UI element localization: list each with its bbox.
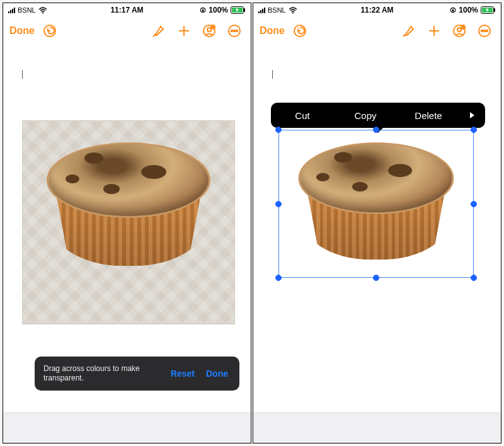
svg-rect-2 xyxy=(244,8,245,12)
instant-alpha-toolbar: Drag across colours to make transparent.… xyxy=(35,357,239,391)
add-person-icon[interactable] xyxy=(199,21,219,41)
alarm-icon: ⦿ xyxy=(450,7,456,14)
resize-handle-bl[interactable] xyxy=(275,275,282,281)
brush-icon[interactable] xyxy=(149,21,169,41)
undo-icon[interactable] xyxy=(290,21,310,41)
add-person-icon[interactable] xyxy=(449,21,469,41)
screen-right-selection: BSNL 11:22 AM ⦿ 100% Done xyxy=(253,3,501,443)
signal-bars-icon xyxy=(258,7,265,13)
svg-point-0 xyxy=(42,12,43,13)
wifi-icon xyxy=(289,7,297,14)
brush-icon[interactable] xyxy=(399,21,419,41)
svg-point-12 xyxy=(292,12,294,13)
keyboard-accessory-bar xyxy=(3,413,251,443)
undo-icon[interactable] xyxy=(40,21,60,41)
document-canvas[interactable]: Drag across colours to make transparent.… xyxy=(3,45,251,413)
svg-point-9 xyxy=(231,30,232,31)
carrier-label: BSNL xyxy=(268,6,286,14)
context-menu-more-icon[interactable] xyxy=(460,103,485,128)
document-canvas[interactable]: Cut Copy Delete xyxy=(253,45,501,413)
context-menu-delete[interactable]: Delete xyxy=(397,103,460,128)
status-bar: BSNL 11:22 AM ⦿ 100% xyxy=(253,3,501,17)
battery-charging-icon xyxy=(481,6,496,14)
svg-point-22 xyxy=(484,30,485,31)
wifi-icon xyxy=(38,7,47,14)
battery-label: 100% xyxy=(459,6,478,14)
svg-point-10 xyxy=(234,30,235,31)
resize-handle-tr[interactable] xyxy=(471,127,477,133)
text-cursor xyxy=(22,70,23,79)
svg-point-21 xyxy=(481,30,483,31)
battery-charging-icon xyxy=(231,6,246,14)
context-menu-copy[interactable]: Copy xyxy=(334,103,397,128)
signal-bars-icon xyxy=(8,7,15,13)
more-icon[interactable] xyxy=(474,21,495,41)
resize-handle-br[interactable] xyxy=(471,275,477,281)
resize-handle-mr[interactable] xyxy=(471,201,477,207)
svg-rect-14 xyxy=(494,8,495,12)
screen-left-instant-alpha: BSNL 11:17 AM ⦿ 100% Done xyxy=(3,3,251,443)
resize-handle-tm[interactable] xyxy=(373,127,379,133)
image-selection-box[interactable] xyxy=(278,130,474,278)
image-with-background[interactable] xyxy=(22,120,235,324)
svg-point-11 xyxy=(236,30,238,31)
reset-button[interactable]: Reset xyxy=(168,369,197,379)
instant-alpha-hint: Drag across colours to make transparent. xyxy=(43,364,162,383)
text-cursor xyxy=(272,70,273,79)
done-button[interactable]: Done xyxy=(260,25,285,37)
instant-alpha-done-button[interactable]: Done xyxy=(203,369,231,379)
status-bar: BSNL 11:17 AM ⦿ 100% xyxy=(3,3,251,17)
markup-toolbar: Done xyxy=(253,17,501,45)
svg-point-23 xyxy=(486,30,488,31)
resize-handle-ml[interactable] xyxy=(275,201,282,207)
svg-point-18 xyxy=(457,28,461,31)
context-menu-cut[interactable]: Cut xyxy=(271,103,334,128)
svg-point-6 xyxy=(207,28,211,31)
battery-label: 100% xyxy=(209,6,228,14)
more-icon[interactable] xyxy=(224,21,244,41)
plus-icon[interactable] xyxy=(174,21,194,41)
markup-toolbar: Done xyxy=(3,17,251,45)
resize-handle-tl[interactable] xyxy=(275,127,282,133)
carrier-label: BSNL xyxy=(18,6,36,14)
plus-icon[interactable] xyxy=(424,21,444,41)
alarm-icon: ⦿ xyxy=(200,7,206,14)
context-menu: Cut Copy Delete xyxy=(271,103,485,128)
resize-handle-bm[interactable] xyxy=(373,275,379,281)
muffin-image-cutout xyxy=(292,140,460,266)
keyboard-accessory-bar xyxy=(253,413,501,443)
muffin-image xyxy=(40,140,217,272)
done-button[interactable]: Done xyxy=(9,25,35,37)
